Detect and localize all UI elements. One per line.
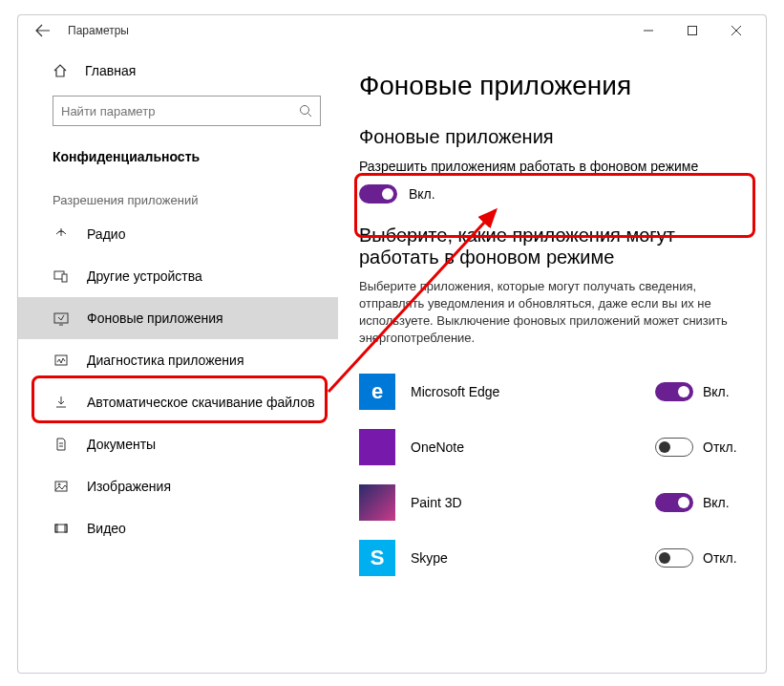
titlebar: Параметры <box>18 15 766 46</box>
sidebar-item-app-diagnostics[interactable]: Диагностика приложения <box>18 339 338 381</box>
settings-window: Параметры Главная Конфиденциальность Раз… <box>17 14 767 674</box>
minimize-button[interactable] <box>626 17 670 44</box>
apps-list: eMicrosoft EdgeВкл.OneNoteОткл.Paint 3DВ… <box>359 364 745 586</box>
svg-rect-16 <box>65 525 67 532</box>
sidebar-item-background-apps[interactable]: Фоновые приложения <box>18 297 338 339</box>
radio-icon <box>53 225 70 243</box>
svg-rect-7 <box>54 313 68 323</box>
app-toggle-state: Вкл. <box>703 384 745 399</box>
content-area: Главная Конфиденциальность Разрешения пр… <box>18 46 766 673</box>
app-icon: S <box>359 540 395 576</box>
nav-label: Видео <box>87 521 338 536</box>
app-name-label: OneNote <box>411 439 655 455</box>
app-toggle[interactable] <box>655 438 693 457</box>
section-heading: Фоновые приложения <box>359 126 745 148</box>
app-row: SSkypeОткл. <box>359 530 745 586</box>
app-toggle-state: Откл. <box>703 550 745 566</box>
master-toggle[interactable] <box>359 184 397 204</box>
svg-rect-1 <box>689 27 697 35</box>
sidebar-item-images[interactable]: Изображения <box>18 465 338 507</box>
app-toggle[interactable] <box>655 493 693 512</box>
search-field[interactable] <box>61 104 299 118</box>
page-title: Фоновые приложения <box>359 71 745 101</box>
video-icon <box>53 520 70 537</box>
app-toggle-state: Вкл. <box>703 495 745 510</box>
nav-label: Фоновые приложения <box>87 311 338 326</box>
master-toggle-state: Вкл. <box>409 186 435 202</box>
choose-apps-desc: Выберите приложения, которые могут получ… <box>359 278 745 348</box>
app-row: eMicrosoft EdgeВкл. <box>359 364 745 419</box>
master-toggle-row: Вкл. <box>359 184 745 204</box>
svg-point-13 <box>58 483 60 485</box>
devices-icon <box>53 268 70 285</box>
download-icon <box>53 394 70 411</box>
documents-icon <box>53 436 70 453</box>
svg-rect-15 <box>55 525 57 532</box>
allow-background-label: Разрешить приложениям работать в фоновом… <box>359 158 745 177</box>
sidebar-item-documents[interactable]: Документы <box>18 423 338 465</box>
diagnostics-icon <box>53 352 70 369</box>
close-button[interactable] <box>714 17 758 44</box>
sidebar-item-radio[interactable]: Радио <box>18 213 338 255</box>
section-label: Разрешения приложений <box>18 172 338 213</box>
home-label: Главная <box>85 63 136 78</box>
nav-label: Изображения <box>87 479 338 494</box>
app-row: OneNoteОткл. <box>359 419 745 475</box>
nav-label: Радио <box>87 226 338 242</box>
images-icon <box>53 478 70 495</box>
category-title: Конфиденциальность <box>18 139 338 172</box>
app-icon: e <box>359 374 395 410</box>
svg-rect-6 <box>62 274 67 282</box>
svg-line-3 <box>308 114 312 118</box>
nav-list: Радио Другие устройства Фоновые приложен… <box>18 213 338 549</box>
home-icon <box>53 63 68 78</box>
app-icon <box>359 484 395 521</box>
app-toggle[interactable] <box>655 548 693 568</box>
svg-point-2 <box>301 106 309 115</box>
svg-rect-12 <box>55 482 67 491</box>
home-link[interactable]: Главная <box>18 52 338 90</box>
nav-label: Документы <box>87 437 338 452</box>
back-button[interactable] <box>32 19 54 42</box>
search-icon <box>299 104 312 118</box>
app-icon <box>359 429 395 465</box>
background-apps-icon <box>53 310 70 327</box>
sidebar-item-other-devices[interactable]: Другие устройства <box>18 255 338 297</box>
choose-apps-heading: Выберите, какие приложения могут работат… <box>359 225 745 268</box>
maximize-button[interactable] <box>670 17 714 44</box>
main-panel: Фоновые приложения Фоновые приложения Ра… <box>338 46 766 673</box>
app-toggle[interactable] <box>655 382 693 401</box>
sidebar-item-video[interactable]: Видео <box>18 507 338 549</box>
search-input[interactable] <box>53 96 321 126</box>
window-title: Параметры <box>68 24 129 37</box>
nav-label: Другие устройства <box>87 268 338 284</box>
app-name-label: Paint 3D <box>411 495 655 510</box>
app-toggle-state: Откл. <box>703 439 745 455</box>
app-name-label: Microsoft Edge <box>411 384 655 399</box>
nav-label: Автоматическое скачивание файлов <box>87 395 338 410</box>
sidebar-item-auto-downloads[interactable]: Автоматическое скачивание файлов <box>18 381 338 423</box>
nav-label: Диагностика приложения <box>87 353 338 368</box>
app-row: Paint 3DВкл. <box>359 475 745 530</box>
app-name-label: Skype <box>411 550 655 566</box>
sidebar: Главная Конфиденциальность Разрешения пр… <box>18 46 338 673</box>
